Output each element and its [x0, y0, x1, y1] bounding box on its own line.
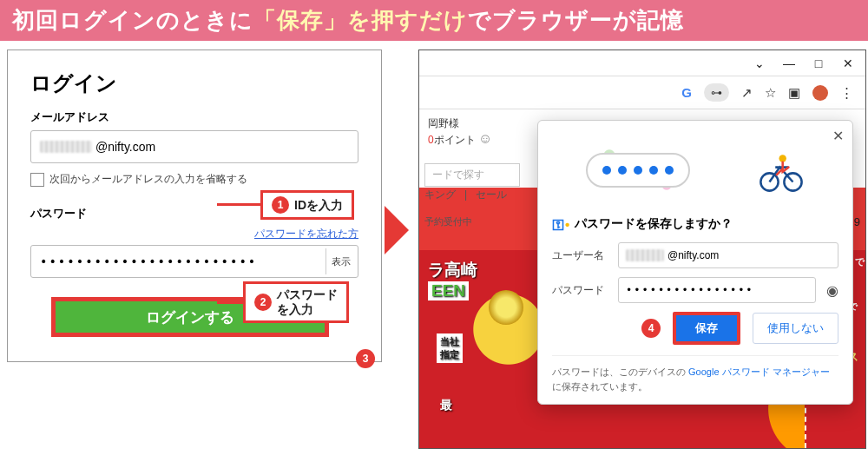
extensions-icon[interactable]: ▣	[788, 85, 800, 101]
popup-username-label: ユーザー名	[552, 248, 608, 263]
callout-1: 1 IDを入力	[260, 190, 354, 220]
login-title: ログイン	[30, 69, 358, 97]
bookmark-star-icon[interactable]: ☆	[765, 85, 776, 101]
points-value: 0	[428, 134, 434, 146]
show-password-button[interactable]: 表示	[326, 248, 355, 274]
skip-email-label: 次回からメールアドレスの入力を省略する	[49, 172, 247, 187]
email-domain: @nifty.com	[95, 140, 155, 154]
window-close-icon[interactable]: ✕	[841, 56, 855, 70]
window-dropdown-icon[interactable]: ⌄	[753, 56, 766, 70]
window-maximize-icon[interactable]: □	[812, 56, 825, 70]
chrome-menu-icon[interactable]: ⋮	[840, 85, 853, 101]
callout-1-number: 1	[272, 196, 289, 214]
password-pill-icon	[586, 153, 690, 188]
flow-arrow-icon	[385, 206, 409, 254]
google-logo-icon: G	[681, 85, 692, 100]
nav-ranking[interactable]: キング	[424, 188, 456, 201]
browser-window: ⌄ — □ ✕ G ⊶ ↗ ☆ ▣ ⋮ 岡野様 0ポイント ☺	[418, 50, 866, 449]
popup-password-label: パスワード	[552, 283, 608, 298]
callout-3-number: 3	[356, 349, 375, 368]
save-password-popup: ✕ ⚿• パスワードを保存しますか？	[537, 120, 853, 405]
share-icon[interactable]: ↗	[741, 85, 753, 101]
email-field[interactable]: @nifty.com	[30, 130, 358, 163]
popup-save-button[interactable]: 保存	[673, 312, 740, 345]
popup-illustration	[552, 133, 838, 208]
promo-text-1: ラ高崎	[428, 259, 477, 281]
user-icon[interactable]: ☺	[478, 131, 492, 146]
google-password-manager-link[interactable]: Google パスワード マネージャー	[688, 366, 830, 377]
skip-email-checkbox[interactable]	[30, 173, 44, 187]
window-minimize-icon[interactable]: —	[782, 56, 796, 70]
callout-2-leader	[217, 301, 243, 304]
key-multicolor-icon: ⚿•	[552, 217, 569, 232]
callout-1-leader	[217, 203, 260, 206]
window-titlebar: ⌄ — □ ✕	[419, 50, 865, 76]
popup-title: ⚿• パスワードを保存しますか？	[552, 216, 838, 232]
password-field[interactable]: ••••••••••••••••••••••••	[30, 245, 358, 278]
email-label: メールアドレス	[30, 109, 358, 125]
promo-text-4: 最	[440, 398, 452, 413]
password-dots: ••••••••••••••••••••••••	[40, 254, 257, 268]
profile-avatar-icon[interactable]	[812, 85, 828, 101]
promo-text-2: EEN	[428, 281, 469, 300]
coin-icon	[489, 290, 523, 325]
popup-password-field[interactable]: ••••••••••••••••	[618, 277, 816, 303]
promo-text-3: 当社指定	[437, 333, 463, 363]
callout-4-number: 4	[641, 319, 661, 338]
callout-2: 2 パスワードを入力	[243, 281, 349, 323]
greeting-text: 岡野様	[428, 116, 492, 131]
callout-2-number: 2	[254, 294, 272, 311]
popup-username-field[interactable]: @nifty.com	[618, 242, 838, 268]
password-key-icon[interactable]: ⊶	[704, 83, 729, 102]
preorder-text: 予約受付中	[424, 215, 472, 228]
forgot-password-link[interactable]: パスワードを忘れた方	[30, 227, 358, 241]
nav-sale[interactable]: セール	[476, 188, 507, 201]
search-input-partial[interactable]: ードで探す	[424, 163, 520, 187]
popup-username-blurred	[626, 249, 664, 261]
page-nav: キング | セール	[424, 188, 507, 202]
points-label: ポイント	[434, 134, 476, 146]
email-user-blurred	[40, 141, 92, 153]
popup-dont-use-button[interactable]: 使用しない	[753, 313, 838, 344]
browser-toolbar: G ⊶ ↗ ☆ ▣ ⋮	[419, 76, 865, 109]
popup-footer: パスワードは、このデバイスの Google パスワード マネージャー に保存され…	[552, 355, 838, 393]
instruction-banner: 初回ログインのときに「保存」を押すだけでブラウザーが記憶	[0, 0, 868, 41]
reveal-password-icon[interactable]: ◉	[826, 282, 838, 299]
bicycle-icon	[758, 147, 805, 194]
